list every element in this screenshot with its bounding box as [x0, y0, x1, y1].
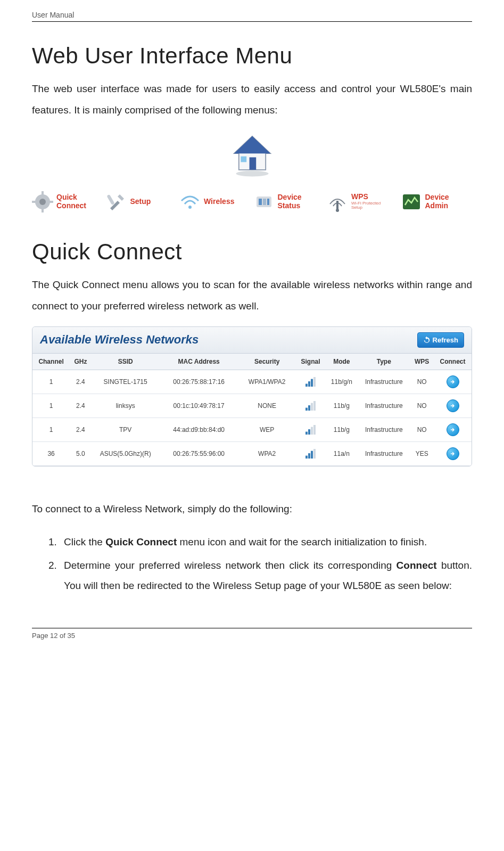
- svg-rect-23: [311, 403, 313, 410]
- step-2: Determine your preferred wireless networ…: [60, 555, 472, 596]
- instructions-lead: To connect to a Wireless Network, simply…: [32, 498, 472, 520]
- cell-wps: NO: [410, 394, 434, 418]
- menu-label: WPSWi-Fi Protected Setup: [351, 193, 381, 210]
- col-mac: MAC Address: [160, 353, 238, 370]
- step-text: menu icon and wait for the search initia…: [177, 536, 427, 547]
- menu-quick-connect[interactable]: Quick Connect: [32, 191, 104, 212]
- header-label: User Manual: [32, 11, 472, 19]
- svg-rect-1: [249, 157, 256, 169]
- signal-icon: [305, 378, 316, 385]
- cell-mode: 11b/g: [325, 418, 358, 441]
- cell-ssid: linksys: [92, 394, 160, 418]
- svg-rect-9: [106, 194, 114, 205]
- step-bold: Connect: [396, 560, 437, 571]
- cell-wps: NO: [410, 370, 434, 394]
- cell-mode: 11b/g/n: [325, 370, 358, 394]
- cell-connect: [434, 394, 472, 418]
- section-intro-quick-connect: The Quick Connect menu allows you to sca…: [32, 274, 472, 317]
- svg-rect-19: [311, 379, 313, 386]
- table-row: 1 2.4 SINGTEL-1715 00:26:75:88:17:16 WPA…: [32, 370, 472, 394]
- svg-rect-18: [308, 381, 310, 387]
- cell-ghz: 5.0: [70, 441, 92, 465]
- col-wps: WPS: [410, 353, 434, 370]
- refresh-button[interactable]: Refresh: [417, 332, 464, 348]
- svg-rect-27: [311, 427, 313, 434]
- svg-rect-21: [305, 407, 308, 410]
- step-1: Click the Quick Connect menu icon and wa…: [60, 532, 472, 552]
- refresh-label: Refresh: [433, 336, 458, 344]
- signal-icon: [305, 449, 316, 457]
- menu-device-status[interactable]: Device Status: [253, 191, 325, 212]
- status-icon: [253, 191, 275, 212]
- cell-type: Infrastructure: [358, 394, 410, 418]
- cell-channel: 36: [32, 441, 70, 465]
- col-signal: Signal: [296, 353, 326, 370]
- svg-point-0: [236, 170, 268, 176]
- signal-icon: [305, 426, 316, 433]
- networks-table: Channel GHz SSID MAC Address Security Si…: [32, 353, 472, 466]
- step-bold: Quick Connect: [105, 536, 177, 547]
- cell-mac: 00:1c:10:49:78:17: [160, 394, 238, 418]
- cell-ssid: ASUS(5.0Ghz)(R): [92, 441, 160, 465]
- cell-connect: [434, 441, 472, 465]
- connect-button[interactable]: [447, 375, 459, 388]
- svg-rect-12: [259, 199, 262, 205]
- cell-mac: 00:26:75:88:17:16: [160, 370, 238, 394]
- table-row: 1 2.4 linksys 00:1c:10:49:78:17 NONE 11b…: [32, 394, 472, 418]
- svg-point-15: [336, 209, 339, 212]
- refresh-icon: [423, 336, 431, 343]
- cell-ssid: TPV: [92, 418, 160, 441]
- svg-point-10: [188, 206, 192, 209]
- svg-rect-22: [308, 405, 310, 411]
- svg-rect-30: [308, 453, 310, 459]
- connect-button[interactable]: [447, 447, 459, 460]
- cell-channel: 1: [32, 394, 70, 418]
- cell-mac: 00:26:75:55:96:00: [160, 441, 238, 465]
- cell-signal: [296, 418, 326, 441]
- svg-rect-17: [305, 383, 308, 386]
- menu-setup[interactable]: Setup: [106, 191, 178, 212]
- available-networks-panel: Available Wireless Networks Refresh Chan…: [32, 326, 472, 467]
- chart-icon: [401, 191, 422, 212]
- connect-button[interactable]: [447, 399, 459, 412]
- cell-mode: 11b/g: [325, 394, 358, 418]
- cell-connect: [434, 370, 472, 394]
- menu-wps[interactable]: WPSWi-Fi Protected Setup: [327, 191, 399, 212]
- cell-ssid: SINGTEL-1715: [92, 370, 160, 394]
- menu-label: Quick Connect: [56, 193, 86, 210]
- svg-rect-5: [42, 191, 44, 195]
- connect-button[interactable]: [447, 423, 459, 436]
- cell-security: WPA1/WPA2: [238, 370, 296, 394]
- gear-icon: [32, 191, 53, 212]
- svg-rect-25: [305, 431, 308, 434]
- svg-rect-31: [311, 451, 313, 458]
- cell-wps: YES: [410, 441, 434, 465]
- col-type: Type: [358, 353, 410, 370]
- wps-icon: [327, 191, 348, 212]
- menu-label: Device Admin: [425, 193, 449, 210]
- steps-list: Click the Quick Connect menu icon and wa…: [32, 532, 472, 596]
- cell-type: Infrastructure: [358, 418, 410, 441]
- col-security: Security: [238, 353, 296, 370]
- cell-channel: 1: [32, 370, 70, 394]
- menu-label-main: WPS: [351, 192, 368, 201]
- table-header-row: Channel GHz SSID MAC Address Security Si…: [32, 353, 472, 370]
- svg-rect-7: [32, 201, 36, 203]
- cell-type: Infrastructure: [358, 370, 410, 394]
- cell-security: WPA2: [238, 441, 296, 465]
- cell-signal: [296, 370, 326, 394]
- col-ssid: SSID: [92, 353, 160, 370]
- menu-wireless[interactable]: Wireless: [179, 191, 251, 212]
- menu-device-admin[interactable]: Device Admin: [401, 191, 473, 212]
- svg-rect-8: [49, 201, 53, 203]
- svg-rect-20: [313, 377, 316, 387]
- section-title-quick-connect: Quick Connect: [32, 239, 472, 265]
- svg-rect-24: [313, 401, 316, 411]
- page-number: Page 12 of 35: [32, 632, 472, 640]
- cell-type: Infrastructure: [358, 441, 410, 465]
- col-ghz: GHz: [70, 353, 92, 370]
- cell-ghz: 2.4: [70, 394, 92, 418]
- step-text: Click the: [64, 536, 105, 547]
- home-icon-wrap: [32, 130, 472, 181]
- svg-rect-14: [267, 199, 269, 205]
